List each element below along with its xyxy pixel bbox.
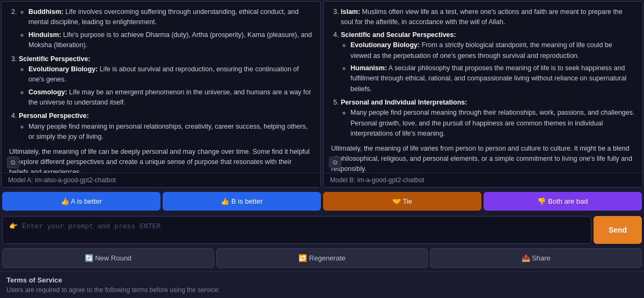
left-chat-content: Buddhism: Life involves overcoming suffe…	[2, 2, 320, 173]
left-model-label: Model A: im-also-a-good-gpt2-chatbot	[2, 173, 320, 187]
new-round-button[interactable]: 🔄 New Round	[2, 248, 214, 268]
right-model-label: Model B: im-a-good-gpt2-chatbot	[324, 173, 642, 187]
regenerate-button[interactable]: 🔁 Regenerate	[216, 248, 428, 268]
terms-section: Terms of Service Users are required to a…	[0, 271, 644, 298]
terms-title: Terms of Service	[6, 276, 638, 284]
prompt-input[interactable]	[2, 216, 591, 244]
input-row: Send	[0, 214, 644, 246]
voting-row: 👍 A is better 👍 B is better 🤝 Tie 👎 Both…	[0, 189, 644, 214]
a-is-better-button[interactable]: 👍 A is better	[2, 192, 160, 211]
right-copy-button[interactable]: ⧉	[329, 157, 341, 168]
action-row: 🔄 New Round 🔁 Regenerate 📤 Share	[0, 246, 644, 271]
right-chat-panel: Islam: Muslims often view life as a test…	[323, 1, 643, 188]
b-is-better-button[interactable]: 👍 B is better	[163, 192, 321, 211]
left-copy-button[interactable]: ⧉	[7, 157, 19, 168]
terms-text: Users are required to agree to the follo…	[6, 286, 638, 294]
send-button[interactable]: Send	[594, 216, 642, 244]
main-container: Buddhism: Life involves overcoming suffe…	[0, 0, 644, 298]
tie-button[interactable]: 🤝 Tie	[323, 192, 481, 211]
share-button[interactable]: 📤 Share	[430, 248, 642, 268]
right-chat-content: Islam: Muslims often view life as a test…	[324, 2, 642, 173]
chat-panels: Buddhism: Life involves overcoming suffe…	[0, 0, 644, 189]
left-chat-panel: Buddhism: Life involves overcoming suffe…	[1, 1, 321, 188]
both-bad-button[interactable]: 👎 Both are bad	[484, 192, 642, 211]
